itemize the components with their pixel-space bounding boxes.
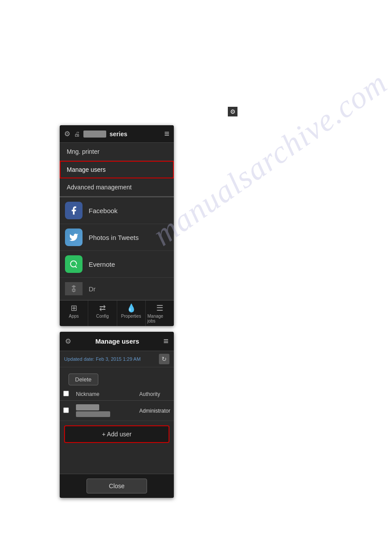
gear-icon: ⚙	[228, 107, 237, 116]
toolbar-manage-jobs[interactable]: ☰ Manage jobs	[146, 301, 174, 326]
panel2-spacer	[60, 447, 174, 474]
checkbox-col-header	[60, 388, 72, 401]
delete-btn-wrapper: Delete	[60, 367, 174, 388]
twitter-icon	[65, 229, 83, 246]
row-checkbox-cell	[60, 401, 72, 421]
apps-label: Apps	[69, 314, 79, 319]
hamburger-icon[interactable]: ≡	[163, 336, 169, 346]
hamburger-icon[interactable]: ≡	[164, 129, 169, 139]
facebook-icon	[65, 202, 83, 219]
panel1-dropdown: ⚙ 🖨 ■■■■■■ series ≡ Mng. printer Manage …	[60, 125, 174, 326]
app-item-twitter[interactable]: Photos in Tweets	[60, 224, 174, 251]
panel2-manage-users: ⚙ Manage users ≡ Updated date: Feb 3, 20…	[60, 332, 174, 498]
table-row: ■■■■■■■ ■■■■■■■■■■■■ Administrator	[60, 401, 174, 421]
printer-icon: 🖨	[74, 131, 80, 138]
panel2-footer: Close	[60, 474, 174, 498]
twitter-label: Photos in Tweets	[89, 234, 139, 241]
gear-icon[interactable]: ⚙	[65, 337, 71, 345]
manage-jobs-icon: ☰	[156, 303, 163, 313]
config-label: Config	[96, 314, 109, 319]
add-user-row: + Add user	[60, 421, 174, 447]
panel2-header: ⚙ Manage users ≡	[60, 332, 174, 351]
nickname-col-header: Nickname	[72, 388, 136, 401]
dropbox-label: Dr	[89, 285, 96, 293]
properties-label: Properties	[121, 314, 141, 319]
add-user-button[interactable]: + Add user	[64, 425, 169, 443]
close-button[interactable]: Close	[86, 479, 147, 493]
nickname-cell: ■■■■■■■ ■■■■■■■■■■■■	[72, 401, 136, 421]
app-item-evernote[interactable]: Evernote	[60, 251, 174, 278]
refresh-button[interactable]: ↻	[159, 354, 169, 364]
toolbar-config[interactable]: ⇄ Config	[88, 301, 117, 326]
menu-item-manage-users[interactable]: Manage users	[60, 161, 174, 178]
panel2-subheader: Updated date: Feb 3, 2015 1:29 AM ↻	[60, 351, 174, 367]
config-icon: ⇄	[99, 303, 106, 313]
panel1-toolbar: ⊞ Apps ⇄ Config 💧 Properties ☰ Manage jo…	[60, 300, 174, 326]
menu-item-advanced[interactable]: Advanced management	[60, 178, 174, 196]
series-label: series	[110, 131, 127, 138]
facebook-label: Facebook	[89, 207, 118, 214]
apps-icon: ⊞	[71, 303, 77, 313]
authority-cell: Administrator	[136, 401, 174, 421]
authority-col-header: Authority	[136, 388, 174, 401]
updated-date-label: Updated date: Feb 3, 2015 1:29 AM	[64, 356, 140, 362]
app-item-dropbox[interactable]: Dr	[60, 278, 174, 300]
evernote-label: Evernote	[89, 261, 115, 268]
app-item-facebook[interactable]: Facebook	[60, 197, 174, 224]
dropbox-icon	[65, 282, 83, 295]
evernote-icon	[65, 255, 83, 273]
delete-button[interactable]: Delete	[68, 374, 98, 385]
watermark: manualsarchive.com	[146, 64, 392, 253]
properties-icon: 💧	[126, 303, 136, 313]
select-all-checkbox[interactable]	[63, 391, 69, 396]
menu-item-mng-printer[interactable]: Mng. printer	[60, 143, 174, 161]
blurred-name: ■■■■■■	[83, 131, 106, 138]
user-nickname-blurred: ■■■■■■■	[76, 404, 99, 410]
manage-jobs-label: Manage jobs	[147, 314, 172, 323]
toolbar-properties[interactable]: 💧 Properties	[117, 301, 146, 326]
app-list: Facebook Photos in Tweets Evernote	[60, 196, 174, 300]
panel1-header: ⚙ 🖨 ■■■■■■ series ≡	[60, 125, 174, 143]
user-table: Nickname Authority ■■■■■■■ ■■■■■■■■■■■■ …	[60, 388, 174, 421]
toolbar-apps[interactable]: ⊞ Apps	[60, 301, 88, 326]
gear-icon[interactable]: ⚙	[64, 130, 70, 138]
row-checkbox[interactable]	[63, 407, 69, 413]
panel2-title: Manage users	[95, 337, 139, 345]
user-email-blurred: ■■■■■■■■■■■■	[76, 411, 110, 417]
panel1-header-left: ⚙ 🖨 ■■■■■■ series	[64, 130, 127, 138]
